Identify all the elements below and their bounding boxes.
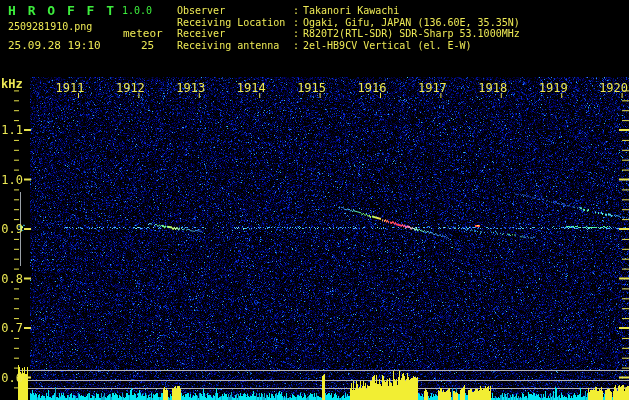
- datetime-label: 25.09.28 19:10: [8, 40, 101, 51]
- echo-count: 25: [141, 40, 154, 51]
- x-tick-label: 1911: [53, 82, 87, 94]
- info-colon: :: [293, 29, 303, 39]
- info-label: Observer: [177, 6, 293, 16]
- spectrogram-canvas: [0, 0, 629, 400]
- info-row: Receiving Location:Ogaki, Gifu, JAPAN (1…: [177, 18, 520, 28]
- x-tick-label: 1918: [476, 82, 510, 94]
- y-tick-label: 0.8: [0, 273, 23, 285]
- hrofft-window: H R O F F T 1.0.0 2509281910.png meteor …: [0, 0, 629, 400]
- app-version: 1.0.0: [122, 6, 152, 16]
- x-tick-label: 1917: [415, 82, 449, 94]
- info-value: 2el-HB9CV Vertical (el. E-W): [303, 41, 472, 51]
- info-colon: :: [293, 41, 303, 51]
- output-filename: 2509281910.png: [8, 22, 92, 32]
- x-tick-label: 1913: [174, 82, 208, 94]
- info-colon: :: [293, 6, 303, 16]
- mode-label: meteor: [123, 28, 163, 39]
- y-tick-label: 1.1: [0, 124, 23, 136]
- info-label: Receiver: [177, 29, 293, 39]
- info-label: Receiving antenna: [177, 41, 293, 51]
- y-tick-label: 0.7: [0, 322, 23, 334]
- info-label: Receiving Location: [177, 18, 293, 28]
- y-tick-label: 0.9: [0, 223, 23, 235]
- x-tick-label: 1916: [355, 82, 389, 94]
- x-tick-label: 1914: [234, 82, 268, 94]
- app-title: H R O F F T: [8, 4, 116, 17]
- info-value: Ogaki, Gifu, JAPAN (136.60E, 35.35N): [303, 18, 520, 28]
- info-row: Receiving antenna:2el-HB9CV Vertical (el…: [177, 41, 472, 51]
- info-colon: :: [293, 18, 303, 28]
- info-row: Observer:Takanori Kawachi: [177, 6, 399, 16]
- y-tick-label: 1.0: [0, 174, 23, 186]
- x-tick-label: 1912: [113, 82, 147, 94]
- x-tick-label: 1915: [295, 82, 329, 94]
- info-value: Takanori Kawachi: [303, 6, 399, 16]
- x-tick-label: 1920: [597, 82, 629, 94]
- y-axis-unit-label: kHz: [1, 78, 23, 90]
- info-row: Receiver:R820T2(RTL-SDR) SDR-Sharp 53.10…: [177, 29, 520, 39]
- info-value: R820T2(RTL-SDR) SDR-Sharp 53.1000MHz: [303, 29, 520, 39]
- y-tick-label: 0.6: [0, 372, 23, 384]
- x-tick-label: 1919: [536, 82, 570, 94]
